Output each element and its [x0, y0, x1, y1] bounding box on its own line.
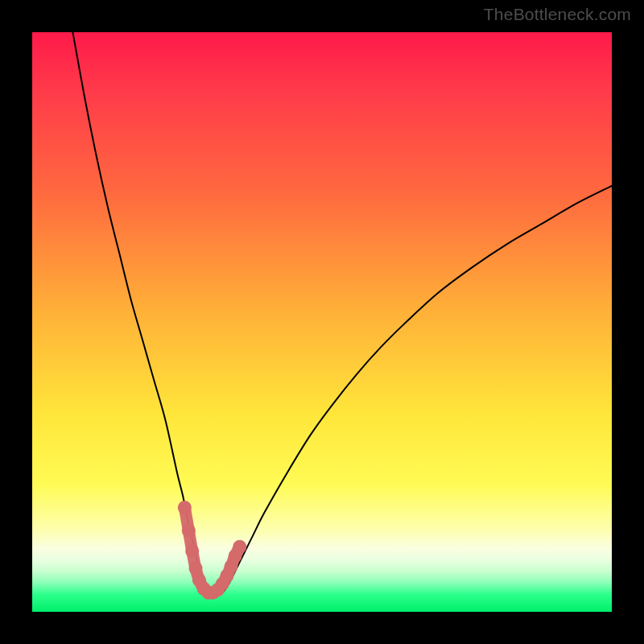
- highlight-marker: [185, 544, 199, 558]
- highlight-marker: [233, 540, 246, 554]
- bottleneck-curve: [72, 32, 612, 595]
- highlight-marker: [189, 562, 203, 576]
- plot-area: [32, 32, 612, 612]
- chart-frame: TheBottleneck.com: [0, 0, 644, 644]
- highlight-marker: [178, 501, 192, 514]
- chart-svg: [32, 32, 612, 612]
- highlight-marker: [182, 524, 196, 538]
- watermark-text: TheBottleneck.com: [484, 5, 631, 24]
